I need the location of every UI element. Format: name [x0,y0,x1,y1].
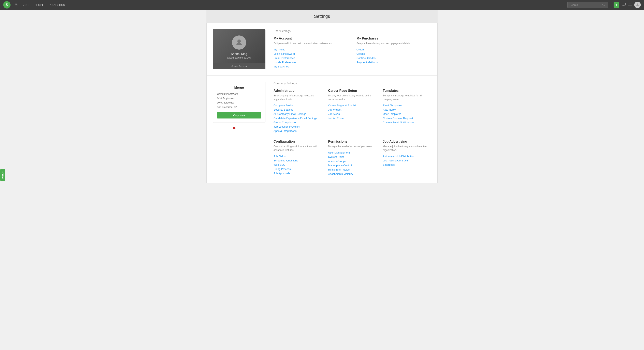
nav-links: JOBS PEOPLE ANALYTICS [23,3,65,6]
job-alerts-link[interactable]: Job Alerts [328,112,376,115]
career-page-title: Career Page Setup [328,89,376,93]
profile-name: Shensi Ding [217,52,261,55]
company-settings-row1: Administration Edit company info, manage… [274,89,431,134]
permissions-col: Permissions Manage the level of access o… [328,140,376,176]
user-settings-columns: My Account Edit personal info and set co… [274,37,431,69]
app-logo[interactable]: S [3,1,10,8]
company-industry: Computer Software [217,92,261,96]
nav-analytics[interactable]: ANALYTICS [50,3,65,6]
my-purchases-desc: See purchases history and set up payment… [356,41,431,45]
custom-consent-link[interactable]: Custom Consent Request [383,117,431,120]
screening-questions-link[interactable]: Screening Questions [274,159,322,162]
login-password-link[interactable]: Login & Password [274,52,348,55]
offer-templates-link[interactable]: Offer Templates [383,112,431,115]
email-templates-link[interactable]: Email Templates [383,104,431,107]
user-settings-content: User Settings My Account Edit personal i… [274,29,431,69]
credits-link[interactable]: Credits [356,52,431,55]
job-advertising-desc: Manage job advertising across the entire… [383,145,431,152]
career-page-col: Career Page Setup Display jobs on compan… [328,89,376,134]
configuration-title: Configuration [274,140,322,143]
hiring-team-roles-link[interactable]: Hiring Team Roles [328,168,376,171]
my-account-col: My Account Edit personal info and set co… [274,37,348,69]
main-content: Settings Shensi Ding accounts@merge.dev … [202,10,442,191]
bell-icon[interactable] [628,3,632,7]
company-settings-section: Merge Computer Software 1-10 Employees w… [206,76,438,183]
monitor-icon[interactable] [622,2,626,7]
search-bar[interactable] [567,1,608,8]
global-compliance-link[interactable]: Global Compliance [274,121,322,124]
auto-reply-link[interactable]: Auto Reply [383,108,431,111]
hiring-process-link[interactable]: Hiring Process [274,168,322,171]
user-management-link[interactable]: User Management [328,151,376,154]
company-name: Merge [217,86,261,90]
company-settings-row2: Configuration Customize hiring workflow … [274,140,431,176]
security-settings-link[interactable]: Security Settings [274,108,322,111]
company-size: 1-10 Employees [217,96,261,101]
company-profile-link[interactable]: Company Profile [274,104,322,107]
profile-email: accounts@merge.dev [217,56,261,59]
job-posting-contracts-link[interactable]: Job Posting Contracts [383,159,431,162]
my-searches-link[interactable]: My Searches [274,65,348,68]
user-profile-card-area: Shensi Ding accounts@merge.dev Admin Acc… [213,29,266,69]
svg-point-3 [637,3,638,5]
company-location: San Francisco, CA [217,105,261,110]
profile-card-bg: Shensi Ding accounts@merge.dev [213,29,266,63]
administration-desc: Edit company info, manage roles, and sup… [274,94,322,101]
templates-title: Templates [383,89,431,93]
system-roles-link[interactable]: System Roles [328,155,376,158]
marketplace-control-link[interactable]: Marketplace Control [328,164,376,167]
company-website: www.merge.dev [217,101,261,105]
company-card: Merge Computer Software 1-10 Employees w… [213,82,266,123]
automated-job-distribution-link[interactable]: Automated Job Distribution [383,155,431,158]
orders-link[interactable]: Orders [356,48,431,51]
profile-card: Shensi Ding accounts@merge.dev Admin Acc… [213,29,266,69]
avatar [232,35,246,50]
administration-title: Administration [274,89,322,93]
my-account-desc: Edit personal info and set communication… [274,41,348,45]
configuration-col: Configuration Customize hiring workflow … [274,140,322,176]
payment-methods-link[interactable]: Payment Methods [356,61,431,64]
email-preferences-link[interactable]: Email Preferences [274,56,348,60]
apps-integrations-link[interactable]: Apps & Integrations [274,129,322,133]
svg-point-4 [238,39,241,43]
career-page-desc: Display jobs on company website and on s… [328,94,376,101]
nav-people[interactable]: PEOPLE [34,3,46,6]
help-tab[interactable]: HELP [0,169,5,181]
job-advertising-title: Job Advertising [383,140,431,143]
arrow-icon [213,126,237,130]
company-settings-label: Company Settings [274,82,431,85]
my-account-title: My Account [274,37,348,40]
my-profile-link[interactable]: My Profile [274,48,348,51]
custom-email-notifications-link[interactable]: Custom Email Notifications [383,121,431,124]
bookmark-icon[interactable]: ⛨ [14,3,18,7]
my-purchases-col: My Purchases See purchases history and s… [356,37,431,69]
access-groups-link[interactable]: Access Groups [328,160,376,163]
svg-rect-0 [622,3,626,5]
smartjobs-link[interactable]: Smartjobs [383,163,431,166]
company-card-area: Merge Computer Software 1-10 Employees w… [213,82,266,176]
corporate-button[interactable]: Corporate [217,112,261,119]
admin-badge: Admin Access [213,63,266,69]
job-location-precision-link[interactable]: Job Location Precision [274,125,322,128]
job-fields-link[interactable]: Job Fields [274,155,322,158]
company-details: Computer Software 1-10 Employees www.mer… [217,92,261,109]
job-widget-link[interactable]: Job Widget [328,108,376,111]
top-navigation: S ⛨ JOBS PEOPLE ANALYTICS + [0,0,644,10]
locale-preferences-link[interactable]: Locale Preferences [274,61,348,64]
contract-credits-link[interactable]: Contract Credits [356,56,431,60]
templates-col: Templates Set up and manage templates fo… [383,89,431,134]
permissions-title: Permissions [328,140,376,143]
add-button[interactable]: + [614,2,619,8]
all-company-email-link[interactable]: All-Company Email Settings [274,112,322,115]
search-input[interactable] [570,3,602,6]
web-sso-link[interactable]: Web SSO [274,163,322,166]
job-approvals-link[interactable]: Job Approvals [274,172,322,175]
candidate-experience-link[interactable]: Candidate Experience Email Settings [274,117,322,120]
job-ad-footer-link[interactable]: Job Ad Footer [328,117,376,120]
company-settings-content: Company Settings Administration Edit com… [274,82,431,176]
attachments-visibility-link[interactable]: Attachments Visibility [328,172,376,175]
user-avatar[interactable] [634,1,641,8]
job-advertising-col: Job Advertising Manage job advertising a… [383,140,431,176]
nav-jobs[interactable]: JOBS [23,3,30,6]
career-pages-job-ad-link[interactable]: Career Pages & Job Ad [328,104,376,107]
